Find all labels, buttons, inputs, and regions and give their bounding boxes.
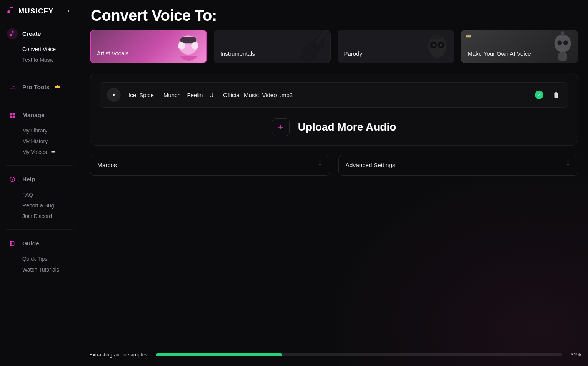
nav-create-label: Create xyxy=(22,30,41,37)
nav-guide-label: Guide xyxy=(22,240,39,247)
character-icon xyxy=(393,30,454,63)
advanced-settings-select[interactable]: Advanced Settings xyxy=(338,155,578,176)
advanced-settings-label: Advanced Settings xyxy=(346,162,395,169)
svg-rect-14 xyxy=(432,34,442,39)
nav-manage[interactable]: Manage xyxy=(4,106,76,124)
progress-fill xyxy=(156,353,282,356)
voice-select[interactable]: Marcos xyxy=(90,155,330,176)
svg-point-13 xyxy=(440,44,442,46)
card-label: Parody xyxy=(344,50,363,58)
voice-select-value: Marcos xyxy=(97,162,117,169)
crown-icon xyxy=(51,150,55,155)
voice-type-cards: Artist Vocals Instrumentals Parody xyxy=(90,30,578,63)
nav-pro-tools[interactable]: Pro Tools xyxy=(4,78,76,96)
nav-item-convert-voice[interactable]: Convert Voice xyxy=(22,44,76,55)
book-icon xyxy=(7,238,18,249)
nav-item-my-library[interactable]: My Library xyxy=(22,125,76,136)
nav-item-join-discord[interactable]: Join Discord xyxy=(22,211,76,222)
nav-item-report-bug[interactable]: Report a Bug xyxy=(22,200,76,211)
svg-point-6 xyxy=(178,42,185,50)
chevron-down-icon xyxy=(317,162,323,169)
svg-rect-18 xyxy=(558,52,567,61)
card-artist-vocals[interactable]: Artist Vocals xyxy=(90,30,207,63)
divider xyxy=(6,73,73,73)
nav-item-faq[interactable]: FAQ xyxy=(22,189,76,200)
uploaded-file-row: Ice_Spice___Munch__Feelin__U___Official_… xyxy=(100,82,568,108)
progress-percent: 31% xyxy=(571,352,581,358)
help-icon: ? xyxy=(7,174,18,185)
card-label: Artist Vocals xyxy=(97,50,129,57)
nav-pro-tools-label: Pro Tools xyxy=(22,84,49,91)
card-label: Make Your Own AI Voice xyxy=(468,50,531,58)
nav-help[interactable]: ? Help xyxy=(4,170,76,189)
music-note-icon xyxy=(6,5,15,17)
music-note-icon xyxy=(7,28,18,39)
svg-point-15 xyxy=(554,35,571,53)
delete-file-button[interactable] xyxy=(551,90,561,100)
main-content: Convert Voice To: Artist Vocals Instrume… xyxy=(80,0,588,366)
card-parody[interactable]: Parody xyxy=(338,30,455,63)
robot-icon xyxy=(517,30,578,63)
divider xyxy=(6,165,73,166)
progress-label: Extracting audio samples xyxy=(89,352,147,358)
svg-rect-2 xyxy=(10,241,14,246)
nav-manage-label: Manage xyxy=(22,112,45,119)
upload-more-row: Upload More Audio xyxy=(100,118,568,136)
sliders-icon xyxy=(7,82,18,93)
upload-more-label: Upload More Audio xyxy=(298,121,396,133)
svg-point-12 xyxy=(432,44,435,46)
nav-item-my-voices[interactable]: My Voices xyxy=(22,147,76,157)
nav-item-watch-tutorials[interactable]: Watch Tutorials xyxy=(22,264,76,275)
nav-guide[interactable]: Guide xyxy=(4,234,76,253)
play-button[interactable] xyxy=(107,88,121,102)
sidebar: MUSICFY Create Convert Voice Text to Mus… xyxy=(0,0,80,366)
file-name: Ice_Spice___Munch__Feelin__U___Official_… xyxy=(128,92,527,98)
progress-track xyxy=(156,353,562,356)
nav-item-my-voices-label: My Voices xyxy=(22,149,47,155)
card-instrumentals[interactable]: Instrumentals xyxy=(214,30,331,63)
svg-rect-19 xyxy=(561,31,564,36)
brand-logo: MUSICFY xyxy=(6,5,54,17)
collapse-sidebar-button[interactable] xyxy=(63,6,73,16)
nav-item-quick-tips[interactable]: Quick Tips xyxy=(22,253,76,264)
nav-item-my-history[interactable]: My History xyxy=(22,136,76,147)
crown-icon xyxy=(55,84,60,91)
divider xyxy=(6,229,73,230)
progress-bar: Extracting audio samples 31% xyxy=(89,352,581,358)
svg-text:?: ? xyxy=(12,178,13,181)
svg-point-17 xyxy=(563,40,568,45)
upload-panel: Ice_Spice___Munch__Feelin__U___Official_… xyxy=(90,73,578,146)
guitar-icon xyxy=(270,30,330,63)
nav-item-text-to-music[interactable]: Text to Music xyxy=(22,55,76,65)
nav-help-label: Help xyxy=(22,176,35,183)
nav-create[interactable]: Create xyxy=(4,25,76,43)
svg-point-7 xyxy=(191,42,198,50)
grid-icon xyxy=(7,110,18,121)
upload-success-icon xyxy=(535,91,543,99)
card-make-own-ai-voice[interactable]: Make Your Own AI Voice xyxy=(461,30,578,63)
upload-more-button[interactable] xyxy=(272,118,290,136)
crown-icon xyxy=(465,33,471,40)
divider xyxy=(6,101,73,101)
chevron-down-icon xyxy=(565,162,571,169)
brand-name: MUSICFY xyxy=(18,7,54,15)
svg-point-16 xyxy=(557,40,562,45)
card-label: Instrumentals xyxy=(220,50,255,58)
page-title: Convert Voice To: xyxy=(91,7,578,24)
artist-illustration-icon xyxy=(146,30,206,63)
